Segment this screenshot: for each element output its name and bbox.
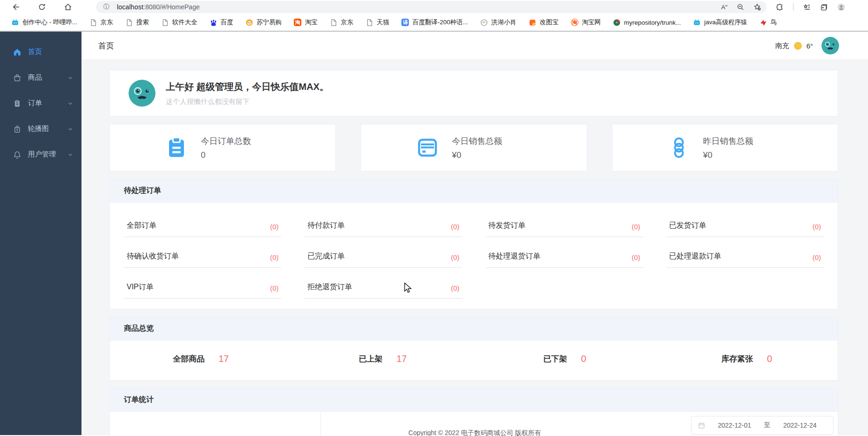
pending-count: (0): [270, 253, 278, 261]
pending-count: (0): [813, 223, 821, 231]
bilibili-icon: [693, 19, 701, 27]
sidebar-item-carousel[interactable]: 轮播图: [0, 116, 81, 142]
sidebar-item-home[interactable]: 首页: [0, 39, 81, 65]
coins-icon: [668, 136, 690, 159]
pending-item-to-ship[interactable]: 待发货订单(0): [486, 206, 643, 237]
panel-title: 待处理订单: [110, 179, 838, 203]
add-favorite-icon[interactable]: [753, 3, 761, 11]
bookmark[interactable]: 搜索: [122, 17, 153, 28]
suning-lion-icon: [245, 19, 253, 27]
address-bar[interactable]: ⓘ localhost:8080/#/HomePage A″: [96, 1, 766, 13]
bookmark[interactable]: 京东: [326, 17, 357, 28]
bookmarks-bar: 创作中心 - 哔哩哔... 京东 搜索 软件大全 百度 苏宁易购 淘 淘宝 京东: [0, 14, 868, 32]
honghu-icon: [480, 19, 488, 27]
chevron-down-icon: [68, 101, 73, 106]
overview-low-stock[interactable]: 库存紧张0: [656, 354, 838, 364]
breadcrumb: 首页: [98, 41, 114, 51]
pending-item-shipped[interactable]: 已发货订单(0): [666, 206, 824, 237]
taobao-ring-icon: 淘: [571, 19, 579, 27]
collections-icon[interactable]: [820, 3, 828, 11]
page-icon: [330, 19, 338, 27]
taobao-icon: 淘: [294, 19, 302, 27]
read-aloud-icon[interactable]: A″: [721, 4, 727, 11]
bookmark[interactable]: 百度: [206, 17, 237, 28]
chevron-down-icon: [68, 126, 73, 132]
bookmark[interactable]: 洪湖小肖: [476, 17, 520, 28]
greeting-title: 上午好 超级管理员，今日快乐值MAX。: [166, 81, 329, 93]
home-button-icon[interactable]: [63, 2, 73, 12]
greeting-card: 上午好 超级管理员，今日快乐值MAX。 这个人很懒什么都没有留下: [109, 70, 838, 116]
pending-item-all[interactable]: 全部订单(0): [124, 206, 281, 237]
pending-count: (0): [270, 223, 278, 231]
favorites-hub-icon[interactable]: [803, 3, 811, 11]
pending-item-completed[interactable]: 已完成订单(0): [305, 237, 462, 268]
baidu-paw-icon: [210, 19, 217, 27]
page-icon: [161, 19, 169, 27]
pending-item-refund-processed[interactable]: 已处理退款订单(0): [666, 237, 824, 268]
stat-card-today-orders: 今日订单总数 0: [109, 124, 336, 171]
bookmark[interactable]: 软件大全: [157, 17, 201, 28]
date-end[interactable]: 2022-12-24: [773, 422, 827, 429]
bookmark[interactable]: 天猫: [362, 17, 393, 28]
bird-icon: [760, 19, 767, 27]
bookmark[interactable]: 京东: [86, 17, 117, 28]
bookmark[interactable]: 苏宁易购: [242, 17, 285, 28]
bookmark[interactable]: 译 百度翻译-200种语...: [398, 17, 472, 28]
greeting-avatar: [129, 80, 156, 107]
bookmark[interactable]: 鸟: [756, 17, 781, 28]
sidebar-item-users[interactable]: 用户管理: [0, 142, 81, 167]
browser-profile-avatar[interactable]: [837, 3, 845, 11]
sidebar-item-orders[interactable]: 订单: [0, 90, 81, 116]
copyright-text: Copyright © 2022 电子数码商城公司 版权所有: [81, 429, 868, 436]
chevron-down-icon: [68, 152, 73, 157]
pending-item-vip[interactable]: VIP订单(0): [124, 268, 281, 299]
back-icon[interactable]: [11, 2, 20, 12]
goods-bag-icon: [13, 74, 21, 82]
pending-item-return-pending[interactable]: 待处理退货订单(0): [486, 237, 643, 268]
gaitubao-icon: [529, 19, 536, 27]
pending-count: (0): [451, 253, 459, 261]
sidebar-item-goods[interactable]: 商品: [0, 65, 81, 90]
pending-item-return-rejected[interactable]: 拒绝退货订单(0): [305, 268, 462, 299]
refresh-icon[interactable]: [37, 2, 47, 12]
baidu-translate-icon: 译: [401, 19, 409, 27]
app-header: 首页 南充 6°: [81, 32, 868, 60]
zoom-out-icon[interactable]: [737, 3, 744, 11]
bookmark[interactable]: myrepository/trunk...: [609, 17, 685, 28]
screen: ⓘ localhost:8080/#/HomePage A″ 创作中心 - 哔哩…: [0, 0, 868, 436]
weather-city: 南充: [775, 41, 789, 50]
bookmark[interactable]: 淘 淘宝网: [567, 17, 605, 28]
site-info-icon[interactable]: ⓘ: [103, 3, 109, 11]
user-bell-icon: [13, 150, 21, 159]
pending-count: (0): [270, 284, 278, 292]
page-icon: [89, 19, 97, 27]
browser-actions: [776, 3, 845, 11]
date-separator: 至: [761, 421, 773, 429]
overview-on-shelf[interactable]: 已上架17: [292, 354, 474, 364]
pending-item-unpaid[interactable]: 待付款订单(0): [305, 206, 462, 237]
pending-item-confirm-receipt[interactable]: 待确认收货订单(0): [124, 237, 281, 268]
bilibili-icon: [11, 19, 19, 27]
url-host: localhost: [117, 3, 143, 11]
stat-card-yesterday-sales: 昨日销售总额 ¥0: [612, 124, 838, 171]
weather-temperature: 6°: [807, 42, 813, 50]
pending-count: (0): [631, 223, 640, 231]
bookmark[interactable]: java高级程序猿: [689, 17, 751, 28]
pending-count: (0): [451, 223, 459, 231]
carousel-bag-icon: [13, 125, 21, 133]
bookmark[interactable]: 改图宝: [525, 17, 563, 28]
bookmark[interactable]: 创作中心 - 哔哩哔...: [7, 17, 81, 28]
sidebar: 首页 商品 订单 轮播图 用户管理: [0, 32, 81, 435]
bookmark[interactable]: 淘 淘宝: [290, 17, 321, 28]
user-avatar[interactable]: [821, 37, 839, 54]
overview-all-products[interactable]: 全部商品17: [110, 354, 292, 364]
extensions-icon[interactable]: [776, 3, 784, 11]
stat-value: ¥0: [452, 150, 531, 160]
page-icon: [125, 19, 133, 27]
greeting-subtitle: 这个人很懒什么都没有留下: [166, 97, 329, 106]
overview-off-shelf[interactable]: 已下架0: [474, 354, 656, 364]
browser-toolbar: ⓘ localhost:8080/#/HomePage A″: [0, 0, 868, 14]
stat-cards: 今日订单总数 0 今日销售总额 ¥0 昨日销: [109, 124, 838, 171]
date-start[interactable]: 2022-12-01: [708, 422, 761, 429]
panel-title: 订单统计: [110, 388, 838, 412]
